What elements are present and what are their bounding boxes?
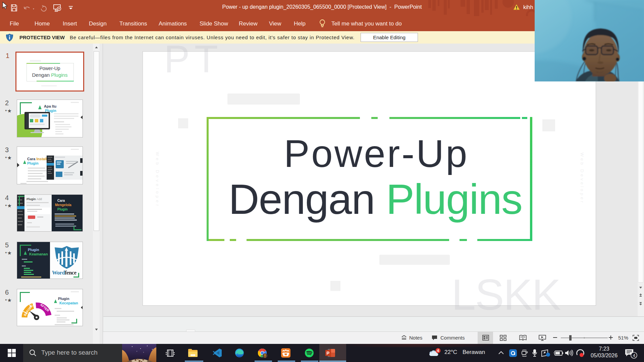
svg-text:4: 4 [633, 353, 635, 358]
svg-text:P: P [327, 351, 330, 356]
svg-text:4: 4 [437, 349, 439, 353]
